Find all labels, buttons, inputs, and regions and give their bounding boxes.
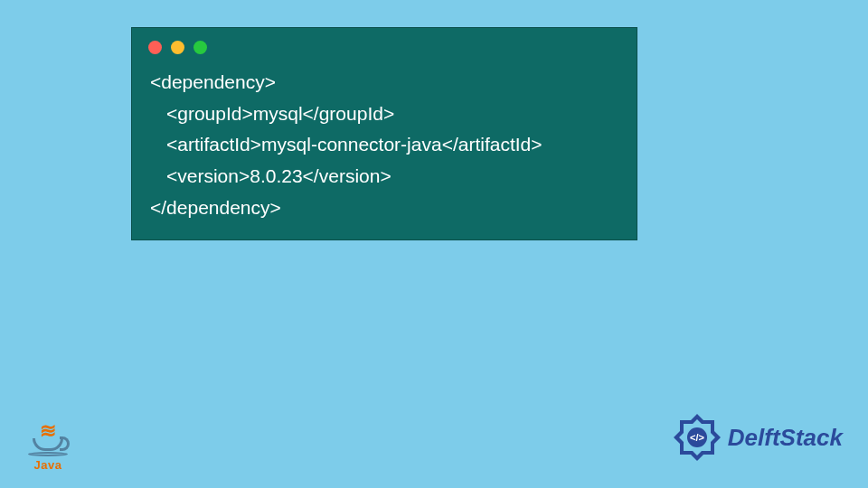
close-icon[interactable] xyxy=(148,41,162,54)
code-line: <version>8.0.23</version> xyxy=(150,161,618,192)
code-window: <dependency> <groupId>mysql</groupId> <a… xyxy=(131,27,637,240)
java-steam-icon: ≋ xyxy=(25,425,71,436)
code-line: </dependency> xyxy=(150,192,618,224)
java-logo: ≋ Java xyxy=(25,425,71,472)
window-controls xyxy=(132,28,637,60)
java-cup-icon xyxy=(33,438,63,451)
code-body: <dependency> <groupId>mysql</groupId> <a… xyxy=(132,60,637,239)
minimize-icon[interactable] xyxy=(171,41,184,54)
code-line: <artifactId>mysql-connector-java</artifa… xyxy=(150,129,618,161)
delftstack-badge-icon: </> xyxy=(672,412,722,463)
java-label: Java xyxy=(25,458,71,472)
delftstack-logo: </> DelftStack xyxy=(672,412,843,463)
maximize-icon[interactable] xyxy=(193,41,207,54)
java-saucer-icon xyxy=(28,452,68,456)
code-line: <groupId>mysql</groupId> xyxy=(150,99,618,130)
delftstack-label: DelftStack xyxy=(728,424,843,452)
delft-badge-text: </> xyxy=(690,432,704,443)
code-line: <dependency> xyxy=(150,67,618,99)
